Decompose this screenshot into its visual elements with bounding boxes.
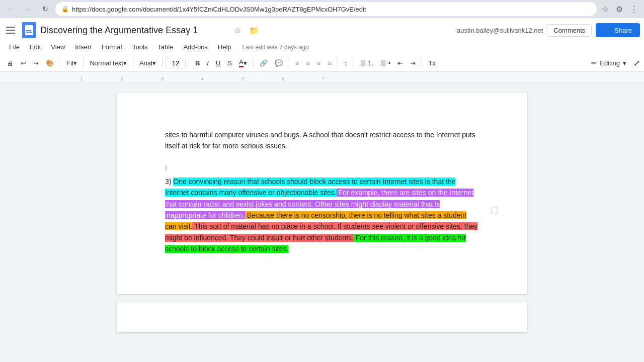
separator-7 (289, 58, 289, 68)
ruler-mark-5: 6 (282, 76, 284, 81)
menu-edit[interactable]: Edit (25, 41, 46, 53)
document-title[interactable]: Discovering the Argumentative Essay 1 (40, 25, 228, 36)
top-text-content: sites to harmful computer viruses and bu… (165, 131, 475, 150)
font-size-input[interactable]: 12 (166, 58, 186, 68)
separator-2 (83, 58, 84, 68)
menu-format[interactable]: Format (97, 41, 127, 53)
separator-10 (422, 58, 422, 68)
address-bar[interactable]: 🔒 https://docs.google.com/document/d/1x4… (55, 2, 597, 16)
bullet-list-button[interactable]: ☰ • (377, 57, 393, 69)
menu-file[interactable]: File (4, 41, 25, 53)
docs-logo (22, 22, 36, 38)
fullscreen-icon: ⤢ (633, 58, 640, 68)
hamburger-menu[interactable] (4, 23, 18, 37)
ruler-mark-0: 1 (80, 76, 83, 81)
separator-9 (354, 58, 354, 68)
comment-sidebar-icon[interactable]: ☐ (490, 204, 498, 219)
last-edit-text: Last edit was 7 days ago (243, 44, 309, 51)
editing-badge: ✏ Editing ▾ ⤢ (591, 58, 640, 68)
user-email: austin.bailey@sullivank12.net (457, 27, 543, 34)
back-button[interactable]: ← (4, 2, 18, 16)
ruler-mark-4: 5 (242, 76, 244, 81)
menu-insert[interactable]: Insert (70, 41, 97, 53)
underline-button[interactable]: U (213, 57, 223, 69)
ruler-mark-1: 2 (121, 76, 123, 81)
menu-table[interactable]: Table (152, 41, 178, 53)
align-left-button[interactable]: ≡ (292, 57, 302, 69)
font-label: Arial (139, 59, 152, 67)
document-page-1[interactable]: sites to harmful computer viruses and bu… (117, 93, 527, 294)
paragraph-3: 3) One convincing reason that schools sh… (165, 176, 479, 255)
ruler-mark-3: 4 (201, 76, 204, 81)
clear-format-button[interactable]: Tx (425, 57, 438, 69)
comments-button[interactable]: Comments (547, 24, 592, 37)
forward-button[interactable]: → (21, 2, 35, 16)
undo-button[interactable]: ↩ (18, 57, 29, 69)
ruler-mark-6: 7 (322, 76, 325, 81)
document-page-2 (117, 302, 527, 332)
separator-8 (338, 58, 338, 68)
menu-help[interactable]: Help (213, 41, 236, 53)
separator-1 (60, 58, 60, 68)
paint-format-button[interactable]: 🎨 (43, 57, 57, 69)
text-cursor-area: I (165, 164, 479, 172)
ruler-mark-2: 3 (161, 76, 164, 81)
ruler: 1 2 3 4 5 6 7 (0, 72, 644, 83)
align-center-button[interactable]: ≡ (303, 57, 313, 69)
url-text: https://docs.google.com/document/d/1x4Y5… (72, 6, 366, 13)
formatting-toolbar: 🖨 ↩ ↪ 🎨 Fit ▾ Normal text ▾ Arial ▾ 12 B… (0, 54, 644, 72)
line-spacing-button[interactable]: ↕ (341, 57, 351, 69)
docs-header: Discovering the Argumentative Essay 1 ☆ … (0, 18, 644, 54)
bold-button[interactable]: B (192, 57, 203, 69)
menu-addons[interactable]: Add-ons (178, 41, 212, 53)
share-icon: 👤 (604, 26, 612, 34)
indent-more-button[interactable]: ⇥ (407, 57, 419, 69)
text-color-button[interactable]: A ▾ (236, 56, 250, 69)
separator-6 (253, 58, 254, 68)
indent-less-button[interactable]: ⇤ (394, 57, 406, 69)
ruler-inner: 1 2 3 4 5 6 7 (80, 72, 624, 82)
menu-tools[interactable]: Tools (127, 41, 152, 53)
menu-icon[interactable]: ⋮ (628, 3, 640, 16)
style-selector[interactable]: Normal text ▾ (87, 57, 129, 69)
redo-button[interactable]: ↪ (30, 57, 42, 69)
insert-comment-button[interactable]: 💬 (272, 57, 286, 69)
pencil-icon: ✏ (591, 59, 597, 67)
strikethrough-button[interactable]: S (224, 57, 235, 69)
ordered-list-button[interactable]: ☰ 1. (357, 57, 376, 69)
paragraph-top: sites to harmful computer viruses and bu… (165, 129, 479, 152)
insert-link-button[interactable]: 🔗 (257, 57, 271, 69)
secure-icon: 🔒 (61, 6, 69, 13)
editing-chevron: ▾ (623, 59, 626, 67)
document-area: sites to harmful computer viruses and bu… (0, 83, 644, 355)
italic-button[interactable]: I (204, 57, 212, 69)
title-row: Discovering the Argumentative Essay 1 ☆ … (4, 20, 640, 40)
menu-view[interactable]: View (46, 41, 70, 53)
extensions-icon[interactable]: ⚙ (614, 3, 625, 16)
share-button[interactable]: 👤 Share (596, 23, 640, 37)
menu-bar: File Edit View Insert Format Tools Table… (4, 40, 640, 54)
bookmark-icon[interactable]: ☆ (600, 3, 611, 16)
share-label: Share (614, 27, 632, 34)
separator-3 (133, 58, 133, 68)
print-button[interactable]: 🖨 (4, 57, 17, 69)
folder-button[interactable]: 📁 (247, 25, 261, 36)
separator-5 (189, 58, 189, 68)
browser-chrome: ← → ↻ 🔒 https://docs.google.com/document… (0, 0, 644, 18)
font-selector[interactable]: Arial ▾ (136, 57, 159, 69)
refresh-button[interactable]: ↻ (38, 2, 52, 16)
star-button[interactable]: ☆ (232, 25, 243, 36)
style-label: Normal text (90, 59, 123, 67)
separator-4 (162, 58, 163, 68)
document-content: sites to harmful computer viruses and bu… (165, 129, 479, 255)
align-justify-button[interactable]: ≡ (325, 57, 335, 69)
zoom-selector[interactable]: Fit ▾ (63, 57, 80, 69)
paragraph-3-label: 3) (165, 177, 171, 186)
text-color-label: A (239, 58, 244, 67)
editing-label: Editing (600, 59, 620, 67)
zoom-label: Fit (66, 59, 73, 67)
align-right-button[interactable]: ≡ (314, 57, 324, 69)
